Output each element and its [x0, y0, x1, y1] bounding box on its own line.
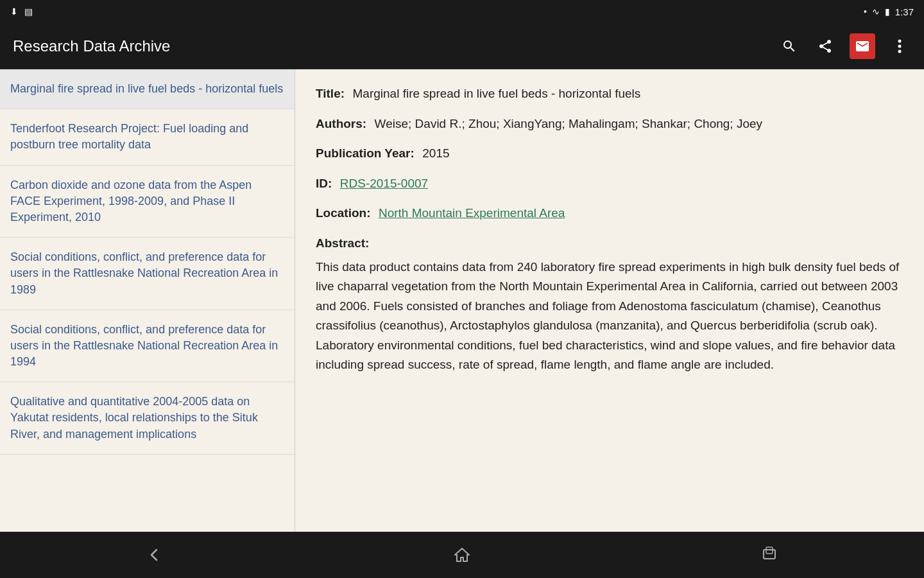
- svg-rect-3: [764, 550, 775, 559]
- main-content: Marginal fire spread in live fuel beds -…: [0, 69, 924, 532]
- app-title: Research Data Archive: [13, 37, 778, 55]
- location-link[interactable]: North Mountain Experimental Area: [379, 206, 565, 220]
- list-item-text: Qualitative and quantitative 2004-2005 d…: [10, 395, 258, 440]
- abstract-text: This data product contains data from 240…: [316, 258, 903, 374]
- authors-value: Weise; David R.; Zhou; XiangYang; Mahali…: [375, 117, 762, 130]
- list-item-text: Social conditions, conflict, and prefere…: [10, 323, 278, 368]
- share-button[interactable]: [814, 35, 837, 58]
- svg-point-1: [898, 44, 902, 48]
- battery-icon: ▮: [885, 6, 890, 17]
- detail-id-row: ID: RDS-2015-0007: [316, 175, 903, 193]
- title-value: Marginal fire spread in live fuel beds -…: [353, 87, 641, 100]
- list-item[interactable]: Social conditions, conflict, and prefere…: [0, 310, 295, 383]
- pub-year-label: Publication Year:: [316, 146, 415, 160]
- list-item-text: Social conditions, conflict, and prefere…: [10, 250, 278, 295]
- status-bar: ⬇ ▤ • ∿ ▮ 1:37: [0, 0, 924, 23]
- bluetooth-icon: •: [864, 6, 867, 17]
- detail-title-row: Title: Marginal fire spread in live fuel…: [316, 85, 903, 103]
- download-icon: ⬇: [10, 6, 18, 17]
- authors-label: Authors:: [316, 117, 366, 130]
- more-options-button[interactable]: [888, 35, 911, 58]
- list-panel: Marginal fire spread in live fuel beds -…: [0, 69, 295, 532]
- list-item[interactable]: Carbon dioxide and ozone data from the A…: [0, 166, 295, 238]
- list-item[interactable]: Marginal fire spread in live fuel beds -…: [0, 69, 295, 109]
- detail-location-row: Location: North Mountain Experimental Ar…: [316, 204, 903, 223]
- search-button[interactable]: [778, 35, 801, 58]
- list-item[interactable]: Qualitative and quantitative 2004-2005 d…: [0, 382, 295, 455]
- location-label: Location:: [316, 206, 371, 220]
- list-item-text: Tenderfoot Research Project: Fuel loadin…: [10, 122, 248, 151]
- pub-year-value: 2015: [422, 146, 449, 160]
- back-button[interactable]: [128, 539, 180, 571]
- nav-bar: [0, 532, 924, 578]
- svg-point-0: [898, 39, 902, 42]
- wifi-icon: ∿: [872, 6, 880, 17]
- mail-button[interactable]: [850, 33, 875, 59]
- detail-panel: Title: Marginal fire spread in live fuel…: [295, 69, 924, 532]
- svg-point-2: [898, 49, 902, 53]
- list-item-text: Marginal fire spread in live fuel beds -…: [10, 82, 283, 95]
- recents-button[interactable]: [744, 539, 796, 571]
- detail-authors-row: Authors: Weise; David R.; Zhou; XiangYan…: [316, 115, 903, 134]
- app-bar: Research Data Archive: [0, 23, 924, 69]
- id-label: ID:: [316, 177, 332, 190]
- id-link[interactable]: RDS-2015-0007: [340, 177, 428, 190]
- status-time: 1:37: [895, 6, 914, 17]
- list-item-text: Carbon dioxide and ozone data from the A…: [10, 179, 252, 223]
- list-item[interactable]: Tenderfoot Research Project: Fuel loadin…: [0, 109, 295, 165]
- app-bar-actions: [778, 33, 911, 59]
- detail-pubyear-row: Publication Year: 2015: [316, 144, 903, 163]
- home-button[interactable]: [436, 539, 488, 571]
- title-label: Title:: [316, 87, 345, 100]
- detail-abstract-row: Abstract: This data product contains dat…: [316, 234, 903, 375]
- abstract-label: Abstract:: [316, 236, 369, 250]
- list-item[interactable]: Social conditions, conflict, and prefere…: [0, 238, 295, 310]
- status-bar-right: • ∿ ▮ 1:37: [864, 6, 914, 17]
- status-bar-left: ⬇ ▤: [10, 6, 33, 17]
- barcode-icon: ▤: [24, 6, 33, 17]
